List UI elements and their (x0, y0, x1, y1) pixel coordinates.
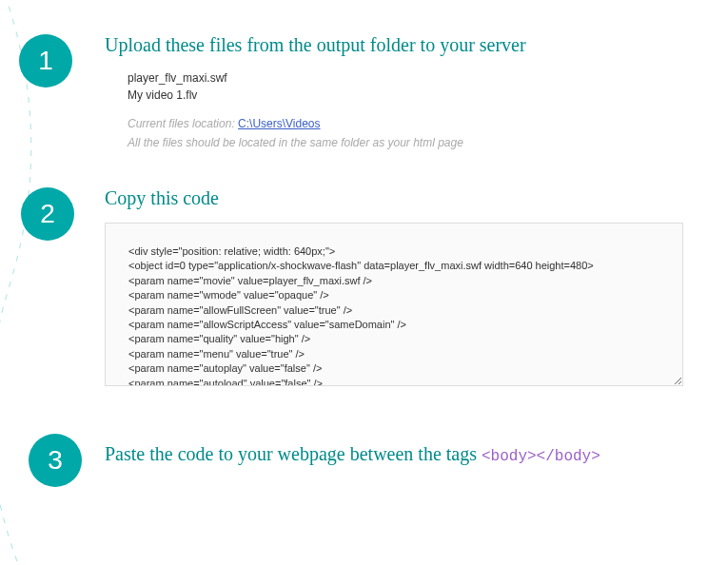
step-2-badge: 2 (21, 187, 74, 241)
step-2: 2 Copy this code <div style="position: r… (0, 149, 728, 386)
file-item: player_flv_maxi.swf (128, 69, 699, 87)
step-1-badge: 1 (19, 34, 72, 88)
files-note: All the files should be located in the s… (128, 136, 699, 149)
files-list: player_flv_maxi.swf My video 1.flv (128, 69, 699, 104)
step-2-title: Copy this code (105, 187, 699, 209)
code-textarea[interactable]: <div style="position: relative; width: 6… (105, 223, 683, 386)
files-location-label: Current files location: (128, 117, 238, 130)
step-1: 1 Upload these files from the output fol… (0, 0, 728, 149)
step-3-badge: 3 (29, 434, 82, 487)
step-1-title: Upload these files from the output folde… (105, 34, 699, 56)
files-location-link[interactable]: C:\Users\Videos (238, 117, 320, 130)
files-location: Current files location: C:\Users\Videos (128, 117, 699, 130)
file-item: My video 1.flv (128, 87, 699, 104)
step-3-title: Paste the code to your webpage between t… (105, 443, 699, 465)
step-3: 3 Paste the code to your webpage between… (0, 386, 728, 465)
step-3-title-text: Paste the code to your webpage between t… (105, 443, 482, 464)
step-3-title-code: <body></body> (482, 448, 600, 465)
